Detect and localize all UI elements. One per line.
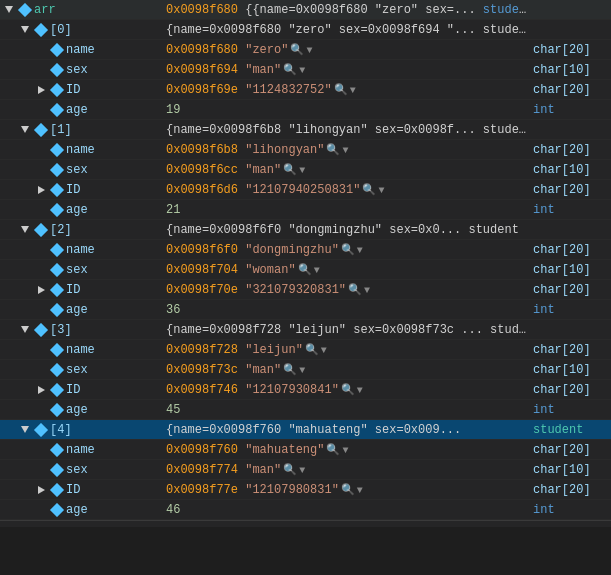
search-icon[interactable]: 🔍 [283,464,297,476]
dropdown-icon[interactable]: ▼ [299,465,305,476]
tree-row-arr-1-id[interactable]: ID 0x0098f6d6 "12107940250831"🔍▼ char[20… [0,180,611,200]
expand-btn[interactable] [2,3,16,17]
col-type: char[20] [529,483,609,497]
col-type: student [529,423,609,437]
value-addr: 0x0098f704 [166,263,238,277]
tree-row-arr-4-name[interactable]: name 0x0098f760 "mahuateng"🔍▼ char[20] [0,440,611,460]
expand-btn[interactable] [34,183,48,197]
expand-btn[interactable] [34,83,48,97]
value-addr: 0x0098f73c [166,363,238,377]
dropdown-icon[interactable]: ▼ [321,345,327,356]
field-name: name [66,343,95,357]
col-name: [2] [2,223,162,237]
search-icon[interactable]: 🔍 [341,484,355,496]
tree-row-arr-3-sex[interactable]: sex 0x0098f73c "man"🔍▼ char[10] [0,360,611,380]
type-label: char[20] [533,443,591,457]
tree-row-arr-0-name[interactable]: name 0x0098f680 "zero"🔍▼ char[20] [0,40,611,60]
dropdown-icon[interactable]: ▼ [306,45,312,56]
search-icon[interactable]: 🔍 [298,264,312,276]
tree-row-arr-1-age[interactable]: age 21 int [0,200,611,220]
tree-row-arr-2[interactable]: [2] {name=0x0098f6f0 "dongmingzhu" sex=0… [0,220,611,240]
search-icon[interactable]: 🔍 [326,144,340,156]
col-name: name [2,343,162,357]
field-name: age [66,403,88,417]
field-icon [50,83,64,97]
type-label: char[20] [533,43,591,57]
col-value: 0x0098f774 "man"🔍▼ [162,463,529,477]
tree-row-arr-2-name[interactable]: name 0x0098f6f0 "dongmingzhu"🔍▼ char[20] [0,240,611,260]
dropdown-icon[interactable]: ▼ [299,65,305,76]
value-str: "1124832752" [238,83,332,97]
search-icon[interactable]: 🔍 [290,44,304,56]
value-text: {{name=0x0098f680 "zero" sex=... [245,3,483,17]
search-icon[interactable]: 🔍 [341,384,355,396]
tree-row-arr-4-id[interactable]: ID 0x0098f77e "12107980831"🔍▼ char[20] [0,480,611,500]
expand-btn[interactable] [18,323,32,337]
type-label: char[20] [533,343,591,357]
dropdown-icon[interactable]: ▼ [314,265,320,276]
search-icon[interactable]: 🔍 [326,444,340,456]
dropdown-icon[interactable]: ▼ [342,445,348,456]
tree-row-arr-4-age[interactable]: age 46 int [0,500,611,520]
tree-row-arr-1-name[interactable]: name 0x0098f6b8 "lihongyan"🔍▼ char[20] [0,140,611,160]
value-addr: 0x0098f77e [166,483,238,497]
value-str: "woman" [238,263,296,277]
dropdown-icon[interactable]: ▼ [364,285,370,296]
dropdown-icon[interactable]: ▼ [378,185,384,196]
expand-btn[interactable] [18,223,32,237]
tree-row-arr-3-id[interactable]: ID 0x0098f746 "12107930841"🔍▼ char[20] [0,380,611,400]
col-value: 0x0098f6d6 "12107940250831"🔍▼ [162,183,529,197]
tree-row-arr-0[interactable]: [0] {name=0x0098f680 "zero" sex=0x0098f6… [0,20,611,40]
tree-row-arr-4-sex[interactable]: sex 0x0098f774 "man"🔍▼ char[10] [0,460,611,480]
field-name: [0] [50,23,72,37]
tree-row-arr-0-sex[interactable]: sex 0x0098f694 "man"🔍▼ char[10] [0,60,611,80]
expand-btn[interactable] [34,383,48,397]
expand-btn[interactable] [18,123,32,137]
search-icon[interactable]: 🔍 [283,64,297,76]
tree-row-arr-3-age[interactable]: age 45 int [0,400,611,420]
type-label: int [533,503,555,517]
tree-row-arr-2-age[interactable]: age 36 int [0,300,611,320]
dropdown-icon[interactable]: ▼ [342,145,348,156]
expand-btn[interactable] [18,423,32,437]
tree-row-arr-2-id[interactable]: ID 0x0098f70e "321079320831"🔍▼ char[20] [0,280,611,300]
tree-row-arr[interactable]: arr 0x0098f680 {{name=0x0098f680 "zero" … [0,0,611,20]
search-icon[interactable]: 🔍 [362,184,376,196]
search-icon[interactable]: 🔍 [283,364,297,376]
col-type: char[20] [529,443,609,457]
field-name: ID [66,83,80,97]
search-icon[interactable]: 🔍 [305,344,319,356]
value-text: {name=0x0098f728 "leijun" sex=0x0098f73c… [166,323,529,337]
type-label: char[20] [533,283,591,297]
dropdown-icon[interactable]: ▼ [299,165,305,176]
tree-row-arr-1[interactable]: [1] {name=0x0098f6b8 "lihongyan" sex=0x0… [0,120,611,140]
search-icon[interactable]: 🔍 [283,164,297,176]
search-icon[interactable]: 🔍 [348,284,362,296]
dropdown-icon[interactable]: ▼ [357,485,363,496]
tree-row-arr-0-id[interactable]: ID 0x0098f69e "1124832752"🔍▼ char[20] [0,80,611,100]
field-name: age [66,303,88,317]
value-addr: 0x0098f694 [166,63,238,77]
search-icon[interactable]: 🔍 [341,244,355,256]
field-name: ID [66,383,80,397]
value-num: 21 [166,203,180,217]
tree-row-arr-2-sex[interactable]: sex 0x0098f704 "woman"🔍▼ char[10] [0,260,611,280]
field-icon [50,343,64,357]
expand-btn[interactable] [34,283,48,297]
dropdown-icon[interactable]: ▼ [357,245,363,256]
tree-row-arr-0-age[interactable]: age 19 int [0,100,611,120]
expand-btn[interactable] [34,483,48,497]
col-value: 19 [162,103,529,117]
tree-row-arr-4[interactable]: [4] {name=0x0098f760 "mahuateng" sex=0x0… [0,420,611,440]
tree-row-arr-1-sex[interactable]: sex 0x0098f6cc "man"🔍▼ char[10] [0,160,611,180]
col-type: char[20] [529,343,609,357]
dropdown-icon[interactable]: ▼ [357,385,363,396]
tree-row-arr-3-name[interactable]: name 0x0098f728 "leijun"🔍▼ char[20] [0,340,611,360]
dropdown-icon[interactable]: ▼ [350,85,356,96]
search-icon[interactable]: 🔍 [334,84,348,96]
tree-row-arr-3[interactable]: [3] {name=0x0098f728 "leijun" sex=0x0098… [0,320,611,340]
dropdown-icon[interactable]: ▼ [299,365,305,376]
value-addr: 0x0098f70e [166,283,238,297]
expand-btn[interactable] [18,23,32,37]
col-name: ID [2,283,162,297]
